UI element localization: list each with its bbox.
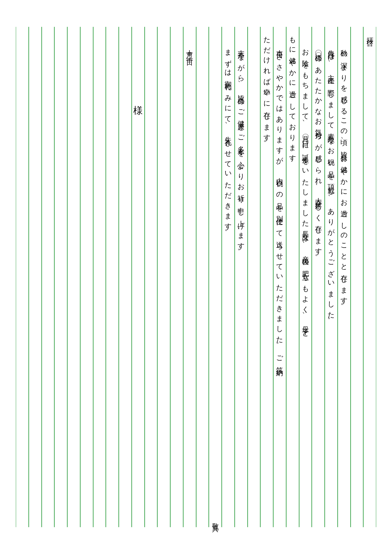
column-12: まずは御礼のみにて、失礼させていただきます。 xyxy=(222,27,235,527)
text-col-9: ただければ幸いに存じます。 xyxy=(263,32,270,149)
column-8: 本日ささやかではありますが、内祝いの品を別便にて送らせていただきました。ご笑納い xyxy=(273,27,286,527)
text-col-4: 先日は、主産に際しまして素敵なお祝い品を頂戴し、ありがとうございました。 xyxy=(328,44,335,326)
column-13: 敬具 xyxy=(209,27,222,527)
text-col-15: 十月二十日 xyxy=(186,44,193,57)
text-col-5: 〇〇様のあたたかなお気持ちが感じられ、大変嬉しく存じます。 xyxy=(315,44,322,263)
column-17 xyxy=(157,27,170,527)
column-26 xyxy=(42,27,55,527)
column-3: 秋の深まりを感じるこの頃、皆様お健やかにお過ごしのことと存じます。 xyxy=(338,27,351,527)
column-23 xyxy=(80,27,93,527)
column-7: もに健やかに過ごしております xyxy=(286,27,299,527)
column-20 xyxy=(119,27,132,527)
column-1: 拝啓 xyxy=(363,27,376,527)
text-col-8: 本日ささやかではありますが、内祝いの品を別便にて送らせていただきました。ご笑納い xyxy=(276,44,283,376)
text-col-19: 様 xyxy=(133,98,143,101)
column-9: ただければ幸いに存じます。 xyxy=(260,27,273,527)
column-2 xyxy=(351,27,364,527)
text-col-1: 拝啓 xyxy=(366,32,373,36)
text-col-3: 秋の深まりを感じるこの頃、皆様お健やかにお過ごしのことと存じます。 xyxy=(341,44,347,312)
text-col-11: 末筆ながら、皆様のご健康とご多幸を心よりお祈り申し上げます。 xyxy=(238,44,244,257)
column-4: 先日は、主産に際しまして素敵なお祝い品を頂戴し、ありがとうございました。 xyxy=(325,27,338,527)
column-16 xyxy=(170,27,183,527)
text-col-12: まずは御礼のみにて、失礼させていただきます。 xyxy=(225,44,232,238)
column-22 xyxy=(93,27,106,527)
column-15: 十月二十日 xyxy=(183,27,196,527)
column-25 xyxy=(54,27,67,527)
text-col-7: もに健やかに過ごしております xyxy=(289,32,296,160)
column-19: 様 xyxy=(132,27,145,527)
column-18 xyxy=(145,27,158,527)
letter-page: 拝啓 秋の深まりを感じるこの頃、皆様お健やかにお過ごしのことと存じます。 先日は… xyxy=(16,27,376,527)
text-col-6: お陰をもちまして、〇月〇日に誕生をいたしました長女は、産後の肥立ちもよく、母子と xyxy=(302,44,309,336)
column-27 xyxy=(29,27,42,527)
column-5: 〇〇様のあたたかなお気持ちが感じられ、大変嬉しく存じます。 xyxy=(312,27,325,527)
column-24 xyxy=(67,27,80,527)
column-11: 末筆ながら、皆様のご健康とご多幸を心よりお祈り申し上げます。 xyxy=(235,27,248,527)
column-28 xyxy=(16,27,29,527)
column-10 xyxy=(248,27,261,527)
column-6: お陰をもちまして、〇月〇日に誕生をいたしました長女は、産後の肥立ちもよく、母子と xyxy=(299,27,312,527)
text-col-13: 敬具 xyxy=(212,518,219,522)
column-21 xyxy=(106,27,119,527)
column-14 xyxy=(196,27,209,527)
